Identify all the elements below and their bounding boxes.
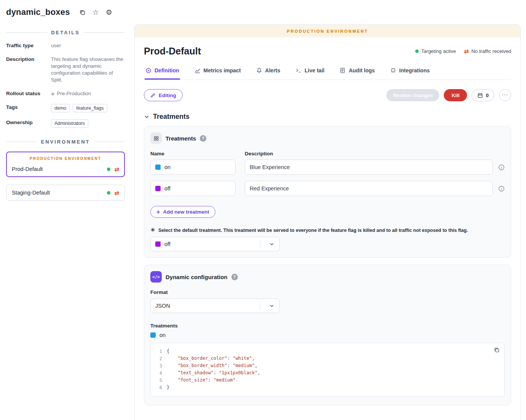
tag-chip[interactable]: demo xyxy=(51,104,70,112)
treatment-name-input[interactable]: off xyxy=(150,181,236,196)
default-treatment-value: off xyxy=(164,241,256,247)
pencil-icon xyxy=(150,93,156,98)
owner-chip[interactable]: Administrators xyxy=(51,119,88,128)
more-actions-button[interactable]: ··· xyxy=(499,89,511,101)
chevron-down-icon xyxy=(264,303,279,308)
star-icon[interactable]: ☆ xyxy=(92,9,99,16)
format-value: JSON xyxy=(155,303,256,309)
info-icon[interactable] xyxy=(498,185,505,192)
description-value: This feature flag showcases the targetin… xyxy=(51,56,125,83)
tags-chips: demo feature_flags xyxy=(51,104,107,112)
page-header: dynamic_boxes ☆ ⚙ xyxy=(0,0,526,23)
targeting-active-dot xyxy=(107,168,110,171)
tab-audit-logs[interactable]: Audit logs xyxy=(339,67,375,80)
rollout-status-label: Rollout status xyxy=(6,90,51,97)
traffic-swap-icon: ⇄ xyxy=(114,190,119,196)
tab-live-tail[interactable]: Live tail xyxy=(295,67,325,80)
config-treatments-label: Treatments xyxy=(150,323,505,329)
code-line: 6} xyxy=(156,384,499,391)
metrics-icon xyxy=(194,67,201,73)
treatment-description-input[interactable]: Red Experience xyxy=(245,181,493,196)
description-column-label: Description xyxy=(245,151,273,157)
flag-tabs: Definition Metrics impact xyxy=(144,67,511,80)
code-lines: 1{2 "box_border_color": "white",3 "box_b… xyxy=(156,348,499,391)
add-new-treatment-button[interactable]: + Add new treatment xyxy=(150,206,215,218)
plus-icon: + xyxy=(156,209,160,215)
tab-metrics-impact[interactable]: Metrics impact xyxy=(194,67,242,80)
config-treatment-tag: on xyxy=(150,332,505,338)
tags-row: Tags demo feature_flags xyxy=(6,104,125,112)
toolbar: Editing Review changes Kill 0 xyxy=(135,80,520,101)
dynamic-configuration-card: </> Dynamic configuration ? Format JSON … xyxy=(144,265,511,406)
treatments-card-title: Treatments xyxy=(166,135,196,142)
code-line: 3 "box_border_width": "medium", xyxy=(156,362,499,369)
collapse-chevron-icon[interactable] xyxy=(144,114,150,120)
format-select[interactable]: JSON xyxy=(150,299,280,313)
page-title: dynamic_boxes xyxy=(6,7,70,17)
treatment-color-swatch xyxy=(155,186,161,191)
code-line: 2 "box_border_color": "white", xyxy=(156,355,499,362)
tab-alerts[interactable]: Alerts xyxy=(255,67,281,80)
environment-card-name: Prod-Default xyxy=(12,166,107,172)
targeting-active-dot xyxy=(415,50,419,53)
bell-icon xyxy=(256,67,262,73)
editing-button[interactable]: Editing xyxy=(144,89,183,101)
page-layout: DETAILS Traffic type user Description Th… xyxy=(0,23,526,420)
terminal-icon xyxy=(295,67,301,73)
treatments-help-icon[interactable]: ? xyxy=(200,135,206,142)
description-label: Description xyxy=(6,56,51,83)
treatment-color-swatch xyxy=(150,332,156,338)
traffic-swap-icon: ⇄ xyxy=(114,166,119,172)
ownership-row: Ownership Administrators xyxy=(6,119,125,128)
dynamic-configuration-title: Dynamic configuration xyxy=(166,274,228,280)
info-icon[interactable] xyxy=(498,164,505,171)
name-column-label: Name xyxy=(150,151,236,157)
treatment-row: off Red Experience xyxy=(150,181,505,196)
description-row: Description This feature flag showcases … xyxy=(6,56,125,83)
scheduled-changes-button[interactable]: 0 xyxy=(472,89,494,101)
json-config-editor[interactable]: 1{2 "box_border_color": "white",3 "box_b… xyxy=(150,343,505,397)
calendar-icon xyxy=(477,93,483,98)
gear-icon[interactable]: ⚙ xyxy=(106,9,112,16)
default-treatment-note: Select the default treatment. This treat… xyxy=(150,228,505,233)
ownership-label: Ownership xyxy=(6,119,51,128)
chevron-down-icon xyxy=(264,241,279,247)
review-changes-button[interactable]: Review changes xyxy=(386,89,439,101)
flag-title: Prod-Default xyxy=(144,46,415,57)
targeting-active-dot xyxy=(107,191,110,195)
asterisk-icon xyxy=(150,227,155,232)
rollout-diamond-icon: ◆ xyxy=(51,91,54,96)
treatment-color-swatch xyxy=(155,241,161,247)
treatments-card: Treatments ? Name Description on Blue Ex… xyxy=(144,126,511,258)
treatment-name-input[interactable]: on xyxy=(150,160,236,175)
sidebar: DETAILS Traffic type user Description Th… xyxy=(6,24,125,208)
environment-card-prod-default[interactable]: PRODUCTION ENVIRONMENT Prod-Default ⇄ xyxy=(6,152,125,177)
production-environment-banner: PRODUCTION ENVIRONMENT xyxy=(135,25,520,37)
treatment-description-input[interactable]: Blue Experience xyxy=(245,160,493,175)
environment-card-name: Staging-Default xyxy=(12,190,107,196)
copy-flag-name-icon[interactable] xyxy=(79,9,86,16)
traffic-status-text: No traffic received xyxy=(471,48,511,54)
code-line: 4 "text_shadow": "1px1px0black", xyxy=(156,369,499,377)
more-icon: ··· xyxy=(502,91,508,97)
default-treatment-select[interactable]: off xyxy=(150,237,280,251)
copy-code-icon[interactable] xyxy=(494,347,500,353)
environment-card-staging-default[interactable]: Staging-Default ⇄ xyxy=(6,185,125,201)
ownership-chips: Administrators xyxy=(51,119,88,128)
kill-button[interactable]: Kill xyxy=(444,89,467,101)
puzzle-icon xyxy=(390,67,396,73)
status-group: Targeting active ⇄ No traffic received xyxy=(415,48,511,54)
tab-integrations[interactable]: Integrations xyxy=(389,67,430,80)
traffic-type-value: user xyxy=(51,42,61,49)
targeting-status-text: Targeting active xyxy=(421,48,456,54)
environment-card-banner: PRODUCTION ENVIRONMENT xyxy=(12,157,119,161)
tag-chip[interactable]: feature_flags xyxy=(73,104,107,112)
treatment-column-labels: Name Description xyxy=(150,151,505,157)
dynamic-configuration-help-icon[interactable]: ? xyxy=(231,274,238,280)
code-icon: </> xyxy=(150,271,162,283)
rollout-status-row: Rollout status ◆Pre-Production xyxy=(6,90,125,97)
traffic-type-row: Traffic type user xyxy=(6,42,125,49)
treatments-grid-icon xyxy=(150,133,162,144)
main-panel: PRODUCTION ENVIRONMENT Prod-Default Targ… xyxy=(134,24,521,420)
tab-definition[interactable]: Definition xyxy=(145,67,180,80)
